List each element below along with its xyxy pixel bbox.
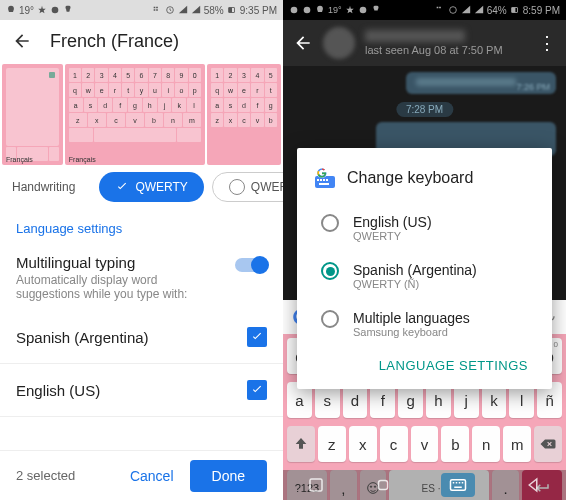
- svg-rect-23: [453, 482, 455, 484]
- more-icon[interactable]: ⋮: [538, 32, 556, 54]
- radio-empty-icon: [229, 179, 245, 195]
- back-nav-icon[interactable]: [524, 476, 542, 494]
- gboard-icon: [313, 166, 337, 190]
- nav-bar: [283, 470, 566, 500]
- keyboard-preview: Français 1234567890 qwertyuiop asdfghjkl…: [0, 62, 283, 167]
- chat-screen: 19° 64% 8:59 PM last seen Aug 08 at 7:50…: [283, 0, 566, 500]
- battery-text: 64%: [487, 5, 507, 16]
- key-v[interactable]: v: [411, 426, 439, 462]
- svg-rect-14: [317, 179, 319, 181]
- dialog-title: Change keyboard: [347, 169, 473, 187]
- battery-text: 58%: [204, 5, 224, 16]
- checkbox-icon[interactable]: [247, 327, 267, 347]
- svg-point-5: [304, 7, 311, 14]
- svg-rect-25: [459, 482, 461, 484]
- preview-qwerty[interactable]: 1234567890 qwertyuiop asdfghjkl zxcvbnm …: [65, 64, 205, 165]
- language-row[interactable]: English (US): [0, 364, 283, 417]
- keyboard-switcher-icon[interactable]: [441, 473, 475, 497]
- cancel-button[interactable]: Cancel: [130, 468, 174, 484]
- svg-rect-27: [454, 487, 462, 489]
- svg-rect-22: [450, 480, 465, 491]
- tab-handwriting[interactable]: Handwriting: [8, 172, 91, 202]
- svg-point-4: [291, 7, 298, 14]
- back-icon[interactable]: [293, 33, 313, 53]
- keyboard-option[interactable]: English (US)QWERTY: [313, 204, 536, 252]
- multilingual-toggle[interactable]: [235, 258, 267, 272]
- keyboard-option[interactable]: Spanish (Argentina)QWERTY (Ñ): [313, 252, 536, 300]
- key-c[interactable]: c: [380, 426, 408, 462]
- change-keyboard-dialog: Change keyboard English (US)QWERTYSpanis…: [297, 148, 552, 389]
- key-b[interactable]: b: [441, 426, 469, 462]
- multilingual-title: Multilingual typing: [16, 254, 216, 271]
- multilingual-row[interactable]: Multilingual typing Automatically displa…: [0, 244, 283, 311]
- svg-rect-20: [310, 479, 322, 491]
- last-seen: last seen Aug 08 at 7:50 PM: [365, 44, 528, 56]
- status-bar: 19° 58% 9:35 PM: [0, 0, 283, 20]
- tab-qwerty[interactable]: QWERTY: [99, 172, 203, 202]
- svg-rect-26: [462, 482, 464, 484]
- avatar[interactable]: [323, 27, 355, 59]
- svg-rect-17: [326, 179, 328, 181]
- tab-qwertz[interactable]: QWERTZ: [212, 172, 283, 202]
- svg-point-7: [449, 7, 456, 14]
- keyboard-option[interactable]: Multiple languagesSamsung keyboard: [313, 300, 536, 348]
- settings-screen: 19° 58% 9:35 PM French (France) Français: [0, 0, 283, 500]
- svg-rect-3: [228, 8, 231, 13]
- multilingual-subtitle: Automatically display word suggestions w…: [16, 273, 216, 301]
- key-m[interactable]: m: [503, 426, 531, 462]
- svg-point-6: [359, 7, 366, 14]
- checkbox-icon[interactable]: [247, 380, 267, 400]
- message-bubble[interactable]: 7:26 PM: [406, 72, 556, 94]
- time-text: 8:59 PM: [523, 5, 560, 16]
- key-z[interactable]: z: [318, 426, 346, 462]
- svg-rect-21: [379, 481, 388, 490]
- layout-tabs: Handwriting QWERTY QWERTZ: [0, 167, 283, 207]
- shift-key[interactable]: [287, 426, 315, 462]
- svg-rect-24: [456, 482, 458, 484]
- svg-rect-13: [315, 176, 335, 188]
- page-title: French (France): [50, 31, 179, 52]
- svg-rect-9: [511, 8, 515, 13]
- key-n[interactable]: n: [472, 426, 500, 462]
- chat-header: last seen Aug 08 at 7:50 PM ⋮: [283, 20, 566, 66]
- language-name: Spanish (Argentina): [16, 329, 149, 346]
- home-icon[interactable]: [374, 476, 392, 494]
- selected-count: 2 selected: [16, 468, 75, 483]
- check-icon: [115, 180, 129, 194]
- back-icon[interactable]: [12, 31, 32, 51]
- header: French (France): [0, 20, 283, 62]
- done-button[interactable]: Done: [190, 460, 267, 492]
- language-settings-link[interactable]: LANGUAGE SETTINGS: [313, 348, 536, 377]
- language-name: English (US): [16, 382, 100, 399]
- status-bar: 19° 64% 8:59 PM: [283, 0, 566, 20]
- preview-handwriting[interactable]: Français: [2, 64, 63, 165]
- contact-name: [365, 30, 465, 42]
- key-x[interactable]: x: [349, 426, 377, 462]
- day-chip: 7:28 PM: [396, 102, 453, 117]
- svg-point-0: [52, 7, 59, 14]
- section-label: Language settings: [0, 207, 283, 244]
- recents-icon[interactable]: [307, 476, 325, 494]
- backspace-key[interactable]: [534, 426, 562, 462]
- svg-rect-15: [320, 179, 322, 181]
- radio-icon: [321, 262, 339, 280]
- time-text: 9:35 PM: [240, 5, 277, 16]
- radio-icon: [321, 310, 339, 328]
- preview-qwertz[interactable]: 12345 qwert asdfg zxcvb: [207, 64, 281, 165]
- svg-rect-18: [319, 183, 329, 185]
- language-row[interactable]: Spanish (Argentina): [0, 311, 283, 364]
- svg-rect-16: [323, 179, 325, 181]
- footer: 2 selected Cancel Done: [0, 450, 283, 500]
- radio-icon: [321, 214, 339, 232]
- temp-text: 19°: [19, 5, 34, 16]
